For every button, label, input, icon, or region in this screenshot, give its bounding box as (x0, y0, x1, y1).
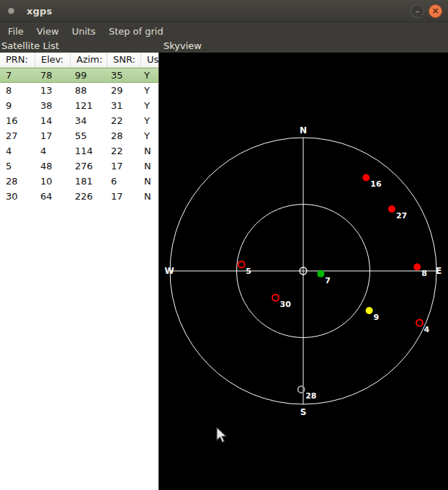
satellite-marker-7 (317, 270, 324, 277)
app-icon (8, 8, 14, 14)
satellite-cell: 99 (69, 68, 105, 83)
satellite-marker-5 (238, 261, 245, 267)
satellite-cell: 121 (69, 98, 105, 113)
menu-units[interactable]: Units (66, 23, 102, 40)
satellite-cell: 9 (0, 98, 35, 113)
satellite-cell: 6 (105, 174, 138, 189)
satellite-table-body: 7789935Y8138829Y93812131Y16143422Y271755… (0, 68, 158, 204)
skyview-plot: NSWE7891627452830 (159, 53, 448, 490)
satellite-cell: 31 (105, 98, 138, 113)
close-button[interactable]: × (429, 4, 442, 18)
window-controls: – × (411, 4, 442, 18)
satellite-prn-label-8: 8 (421, 269, 427, 278)
satellite-cell: N (138, 174, 158, 189)
satellite-cell: 14 (35, 113, 69, 128)
satellite-cell: 276 (69, 159, 105, 174)
satellite-cell: Y (138, 128, 158, 143)
satellite-marker-8 (413, 263, 421, 270)
satellite-cell: N (138, 143, 158, 159)
satellite-row-28[interactable]: 28101816N (0, 174, 158, 189)
satellite-cell: Y (138, 113, 158, 128)
satellite-cell: 22 (105, 143, 138, 159)
panel-label-strip: Satellite List Skyview (0, 40, 448, 53)
satellite-cell: 8 (0, 83, 35, 98)
column-header[interactable]: PRN: (0, 53, 35, 67)
satellite-cell: 17 (105, 159, 138, 174)
satellite-cell: 88 (69, 83, 105, 98)
menu-view[interactable]: View (30, 23, 66, 40)
satellite-prn-label-27: 27 (396, 211, 407, 220)
satellite-list-label: Satellite List (0, 40, 158, 52)
satellite-row-27[interactable]: 27175528Y (0, 128, 158, 143)
satellite-marker-27 (388, 205, 395, 213)
satellite-cell: 114 (69, 143, 105, 159)
satellite-list-panel: PRN:Elev:Azim:SNR:Used: 7789935Y8138829Y… (0, 53, 159, 490)
satellite-cell: Y (138, 83, 158, 98)
satellite-prn-label-28: 28 (305, 391, 316, 401)
satellite-prn-label-5: 5 (246, 267, 251, 276)
skyview-panel: NSWE7891627452830 (159, 53, 448, 490)
main-content: PRN:Elev:Azim:SNR:Used: 7789935Y8138829Y… (0, 53, 448, 490)
menu-step-of-grid[interactable]: Step of grid (102, 23, 170, 40)
xgps-window: xgps – × File View Units Step of grid Sa… (0, 0, 448, 490)
compass-label-west: W (164, 266, 174, 276)
satellite-prn-label-16: 16 (370, 179, 382, 189)
satellite-cell: 28 (105, 128, 138, 143)
table-header-row: PRN:Elev:Azim:SNR:Used: (0, 53, 158, 68)
satellite-cell: 7 (0, 68, 35, 83)
satellite-row-30[interactable]: 306422617N (0, 189, 158, 204)
satellite-row-16[interactable]: 16143422Y (0, 113, 158, 128)
satellite-cell: 27 (0, 128, 35, 143)
satellite-cell: 10 (35, 174, 69, 189)
satellite-cell: N (138, 159, 158, 174)
satellite-row-9[interactable]: 93812131Y (0, 98, 158, 113)
satellite-cell: 13 (35, 83, 69, 98)
compass-label-north: N (300, 125, 307, 135)
column-header[interactable]: SNR: (107, 53, 141, 67)
satellite-row-7[interactable]: 7789935Y (0, 68, 158, 83)
satellite-cell: 226 (69, 189, 105, 204)
satellite-cell: 28 (0, 174, 35, 189)
satellite-marker-16 (362, 174, 369, 181)
satellite-cell: 29 (105, 83, 138, 98)
column-header[interactable]: Used: (141, 53, 158, 67)
satellite-prn-label-30: 30 (280, 300, 292, 309)
satellite-row-8[interactable]: 8138829Y (0, 83, 158, 98)
satellite-row-5[interactable]: 54827617N (0, 159, 158, 174)
column-header[interactable]: Azim: (71, 53, 107, 67)
satellite-cell: 4 (35, 143, 69, 159)
satellite-row-4[interactable]: 4411422N (0, 143, 158, 159)
satellite-cell: 5 (0, 159, 35, 174)
satellite-marker-30 (272, 295, 279, 301)
close-icon: × (431, 6, 439, 15)
column-header[interactable]: Elev: (35, 53, 71, 67)
satellite-cell: Y (138, 68, 158, 83)
satellite-cell: 22 (105, 113, 138, 128)
satellite-cell: 30 (0, 189, 35, 204)
menu-file[interactable]: File (1, 23, 30, 40)
satellite-prn-label-4: 4 (424, 325, 429, 334)
satellite-cell: 4 (0, 143, 35, 159)
satellite-cell: 64 (35, 189, 69, 204)
satellite-cell: 48 (35, 159, 69, 174)
satellite-prn-label-9: 9 (374, 313, 380, 322)
satellite-cell: 17 (105, 189, 138, 204)
satellite-marker-9 (366, 307, 373, 314)
compass-label-east: E (436, 266, 442, 276)
satellite-cell: Y (138, 98, 158, 113)
menubar: File View Units Step of grid (0, 22, 448, 40)
minimize-button[interactable]: – (411, 4, 424, 18)
satellite-marker-4 (416, 319, 423, 326)
satellite-cell: N (138, 189, 158, 204)
satellite-cell: 78 (35, 68, 69, 83)
compass-label-south: S (300, 407, 307, 417)
satellite-prn-label-7: 7 (325, 276, 331, 285)
window-title: xgps (27, 6, 53, 17)
mouse-cursor (215, 427, 228, 445)
satellite-cell: 181 (69, 174, 105, 189)
satellite-cell: 16 (0, 113, 35, 128)
titlebar[interactable]: xgps – × (0, 0, 448, 22)
satellite-cell: 17 (35, 128, 69, 143)
satellite-cell: 35 (105, 68, 138, 83)
minimize-icon: – (416, 7, 420, 15)
